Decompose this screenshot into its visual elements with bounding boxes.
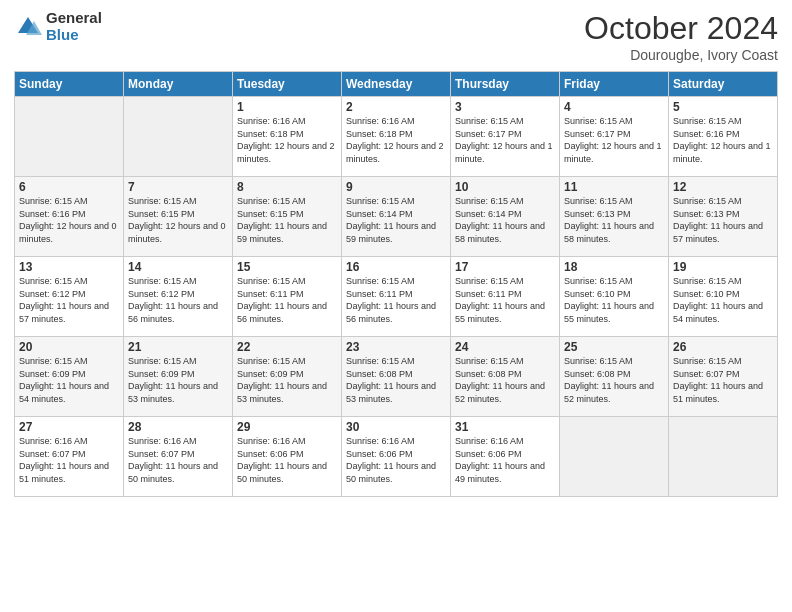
cell-content: Sunrise: 6:15 AM Sunset: 6:11 PM Dayligh… [237, 275, 337, 325]
day-number: 31 [455, 420, 555, 434]
calendar-cell: 9Sunrise: 6:15 AM Sunset: 6:14 PM Daylig… [342, 177, 451, 257]
location: Dourougbe, Ivory Coast [584, 47, 778, 63]
calendar-cell: 22Sunrise: 6:15 AM Sunset: 6:09 PM Dayli… [233, 337, 342, 417]
calendar-cell: 7Sunrise: 6:15 AM Sunset: 6:15 PM Daylig… [124, 177, 233, 257]
day-number: 3 [455, 100, 555, 114]
calendar-cell: 26Sunrise: 6:15 AM Sunset: 6:07 PM Dayli… [669, 337, 778, 417]
day-number: 4 [564, 100, 664, 114]
calendar-cell: 30Sunrise: 6:16 AM Sunset: 6:06 PM Dayli… [342, 417, 451, 497]
calendar-cell: 8Sunrise: 6:15 AM Sunset: 6:15 PM Daylig… [233, 177, 342, 257]
cell-content: Sunrise: 6:15 AM Sunset: 6:12 PM Dayligh… [19, 275, 119, 325]
day-number: 26 [673, 340, 773, 354]
cell-content: Sunrise: 6:15 AM Sunset: 6:07 PM Dayligh… [673, 355, 773, 405]
cell-content: Sunrise: 6:15 AM Sunset: 6:11 PM Dayligh… [346, 275, 446, 325]
col-saturday: Saturday [669, 72, 778, 97]
cell-content: Sunrise: 6:15 AM Sunset: 6:15 PM Dayligh… [237, 195, 337, 245]
day-number: 28 [128, 420, 228, 434]
day-number: 14 [128, 260, 228, 274]
calendar-header: Sunday Monday Tuesday Wednesday Thursday… [15, 72, 778, 97]
day-number: 8 [237, 180, 337, 194]
col-wednesday: Wednesday [342, 72, 451, 97]
calendar-cell: 20Sunrise: 6:15 AM Sunset: 6:09 PM Dayli… [15, 337, 124, 417]
cell-content: Sunrise: 6:15 AM Sunset: 6:16 PM Dayligh… [673, 115, 773, 165]
day-number: 27 [19, 420, 119, 434]
cell-content: Sunrise: 6:15 AM Sunset: 6:10 PM Dayligh… [564, 275, 664, 325]
calendar-cell: 16Sunrise: 6:15 AM Sunset: 6:11 PM Dayli… [342, 257, 451, 337]
calendar-cell: 6Sunrise: 6:15 AM Sunset: 6:16 PM Daylig… [15, 177, 124, 257]
calendar-cell: 18Sunrise: 6:15 AM Sunset: 6:10 PM Dayli… [560, 257, 669, 337]
calendar-week-1: 1Sunrise: 6:16 AM Sunset: 6:18 PM Daylig… [15, 97, 778, 177]
cell-content: Sunrise: 6:15 AM Sunset: 6:13 PM Dayligh… [564, 195, 664, 245]
logo-text: General Blue [46, 10, 102, 43]
calendar-cell: 2Sunrise: 6:16 AM Sunset: 6:18 PM Daylig… [342, 97, 451, 177]
calendar-week-3: 13Sunrise: 6:15 AM Sunset: 6:12 PM Dayli… [15, 257, 778, 337]
day-number: 30 [346, 420, 446, 434]
calendar-table: Sunday Monday Tuesday Wednesday Thursday… [14, 71, 778, 497]
cell-content: Sunrise: 6:15 AM Sunset: 6:08 PM Dayligh… [455, 355, 555, 405]
day-number: 15 [237, 260, 337, 274]
calendar-cell: 28Sunrise: 6:16 AM Sunset: 6:07 PM Dayli… [124, 417, 233, 497]
day-number: 16 [346, 260, 446, 274]
cell-content: Sunrise: 6:16 AM Sunset: 6:18 PM Dayligh… [346, 115, 446, 165]
day-number: 29 [237, 420, 337, 434]
cell-content: Sunrise: 6:16 AM Sunset: 6:07 PM Dayligh… [19, 435, 119, 485]
day-number: 10 [455, 180, 555, 194]
calendar-cell: 23Sunrise: 6:15 AM Sunset: 6:08 PM Dayli… [342, 337, 451, 417]
cell-content: Sunrise: 6:15 AM Sunset: 6:15 PM Dayligh… [128, 195, 228, 245]
col-thursday: Thursday [451, 72, 560, 97]
calendar-cell: 11Sunrise: 6:15 AM Sunset: 6:13 PM Dayli… [560, 177, 669, 257]
calendar-cell: 19Sunrise: 6:15 AM Sunset: 6:10 PM Dayli… [669, 257, 778, 337]
calendar-cell [560, 417, 669, 497]
month-title: October 2024 [584, 10, 778, 47]
calendar-cell: 24Sunrise: 6:15 AM Sunset: 6:08 PM Dayli… [451, 337, 560, 417]
day-number: 19 [673, 260, 773, 274]
day-number: 23 [346, 340, 446, 354]
header-row: Sunday Monday Tuesday Wednesday Thursday… [15, 72, 778, 97]
cell-content: Sunrise: 6:15 AM Sunset: 6:17 PM Dayligh… [455, 115, 555, 165]
calendar-cell: 4Sunrise: 6:15 AM Sunset: 6:17 PM Daylig… [560, 97, 669, 177]
cell-content: Sunrise: 6:16 AM Sunset: 6:18 PM Dayligh… [237, 115, 337, 165]
day-number: 20 [19, 340, 119, 354]
cell-content: Sunrise: 6:15 AM Sunset: 6:14 PM Dayligh… [346, 195, 446, 245]
day-number: 21 [128, 340, 228, 354]
day-number: 25 [564, 340, 664, 354]
day-number: 2 [346, 100, 446, 114]
cell-content: Sunrise: 6:15 AM Sunset: 6:10 PM Dayligh… [673, 275, 773, 325]
calendar-week-4: 20Sunrise: 6:15 AM Sunset: 6:09 PM Dayli… [15, 337, 778, 417]
col-sunday: Sunday [15, 72, 124, 97]
cell-content: Sunrise: 6:16 AM Sunset: 6:06 PM Dayligh… [237, 435, 337, 485]
cell-content: Sunrise: 6:16 AM Sunset: 6:07 PM Dayligh… [128, 435, 228, 485]
day-number: 9 [346, 180, 446, 194]
cell-content: Sunrise: 6:15 AM Sunset: 6:14 PM Dayligh… [455, 195, 555, 245]
day-number: 12 [673, 180, 773, 194]
logo-blue: Blue [46, 27, 102, 44]
day-number: 22 [237, 340, 337, 354]
calendar-cell: 15Sunrise: 6:15 AM Sunset: 6:11 PM Dayli… [233, 257, 342, 337]
col-tuesday: Tuesday [233, 72, 342, 97]
cell-content: Sunrise: 6:15 AM Sunset: 6:16 PM Dayligh… [19, 195, 119, 245]
day-number: 13 [19, 260, 119, 274]
calendar-page: General Blue October 2024 Dourougbe, Ivo… [0, 0, 792, 612]
logo: General Blue [14, 10, 102, 43]
col-monday: Monday [124, 72, 233, 97]
calendar-cell [15, 97, 124, 177]
calendar-cell [124, 97, 233, 177]
cell-content: Sunrise: 6:15 AM Sunset: 6:13 PM Dayligh… [673, 195, 773, 245]
title-block: October 2024 Dourougbe, Ivory Coast [584, 10, 778, 63]
cell-content: Sunrise: 6:15 AM Sunset: 6:08 PM Dayligh… [346, 355, 446, 405]
calendar-cell: 1Sunrise: 6:16 AM Sunset: 6:18 PM Daylig… [233, 97, 342, 177]
header: General Blue October 2024 Dourougbe, Ivo… [14, 10, 778, 63]
calendar-week-5: 27Sunrise: 6:16 AM Sunset: 6:07 PM Dayli… [15, 417, 778, 497]
col-friday: Friday [560, 72, 669, 97]
day-number: 17 [455, 260, 555, 274]
cell-content: Sunrise: 6:15 AM Sunset: 6:12 PM Dayligh… [128, 275, 228, 325]
logo-icon [14, 13, 42, 41]
cell-content: Sunrise: 6:15 AM Sunset: 6:17 PM Dayligh… [564, 115, 664, 165]
calendar-cell: 27Sunrise: 6:16 AM Sunset: 6:07 PM Dayli… [15, 417, 124, 497]
calendar-cell: 12Sunrise: 6:15 AM Sunset: 6:13 PM Dayli… [669, 177, 778, 257]
calendar-cell: 14Sunrise: 6:15 AM Sunset: 6:12 PM Dayli… [124, 257, 233, 337]
calendar-body: 1Sunrise: 6:16 AM Sunset: 6:18 PM Daylig… [15, 97, 778, 497]
day-number: 11 [564, 180, 664, 194]
day-number: 18 [564, 260, 664, 274]
calendar-cell [669, 417, 778, 497]
